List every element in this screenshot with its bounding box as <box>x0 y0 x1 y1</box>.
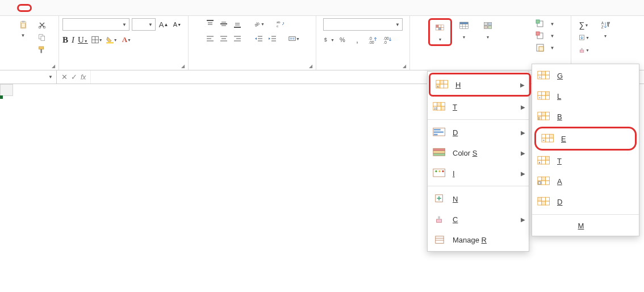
svg-rect-151 <box>546 197 550 201</box>
clear-icon[interactable]: ▼ <box>578 44 589 56</box>
menu-view[interactable] <box>108 6 119 10</box>
menu-color-scales[interactable]: Color S ▶ <box>428 143 530 163</box>
accounting-format-icon[interactable]: $▼ <box>323 34 334 45</box>
menu-clear-rules[interactable]: C ▶ <box>428 209 530 230</box>
fx-icon[interactable]: fx <box>81 73 86 81</box>
name-box[interactable]: ▼ <box>0 70 57 84</box>
menu-manage-rules[interactable]: Manage R <box>428 230 530 250</box>
svg-text:c: c <box>277 24 278 28</box>
align-top-icon[interactable] <box>204 18 216 30</box>
insert-cells-button[interactable]: ▼ <box>534 18 555 30</box>
svg-rect-85 <box>437 106 441 110</box>
autosum-icon[interactable]: ∑▼ <box>578 19 589 31</box>
menu-home[interactable] <box>17 4 32 12</box>
menu-between[interactable]: || B <box>532 106 639 127</box>
fill-color-button[interactable]: ▼ <box>106 34 118 45</box>
svg-rect-119 <box>546 95 550 99</box>
wrap-text-icon[interactable]: abc <box>275 18 286 30</box>
cell-styles-button[interactable]: ▾ <box>476 18 500 41</box>
align-bottom-icon[interactable] <box>232 18 243 30</box>
select-all-corner[interactable] <box>1 85 13 96</box>
svg-text:>: > <box>539 76 541 79</box>
comma-format-icon[interactable]: , <box>353 34 364 45</box>
menu-file[interactable] <box>5 6 16 10</box>
submenu-arrow-icon: ▶ <box>521 130 525 136</box>
svg-rect-91 <box>434 134 438 136</box>
menu-help[interactable] <box>145 6 157 10</box>
menu-data[interactable] <box>83 6 94 10</box>
svg-text:a: a <box>539 161 541 164</box>
percent-format-icon[interactable]: % <box>338 34 349 45</box>
menu-less-than[interactable]: < L <box>532 86 639 106</box>
delete-cells-button[interactable]: ▼ <box>534 30 555 41</box>
align-middle-icon[interactable] <box>218 18 229 30</box>
orientation-icon[interactable]: ab▼ <box>253 18 265 30</box>
clipboard-dialog-launcher[interactable]: ◢ <box>49 64 55 69</box>
number-dialog-launcher[interactable]: ◢ <box>400 64 406 69</box>
cancel-icon[interactable]: ✕ <box>61 73 68 81</box>
alignment-dialog-launcher[interactable]: ◢ <box>307 64 312 69</box>
font-dialog-launcher[interactable]: ◢ <box>179 64 185 69</box>
increase-indent-icon[interactable] <box>267 33 278 44</box>
menu-page-layout[interactable] <box>58 6 69 10</box>
font-color-button[interactable]: A▼ <box>121 34 132 45</box>
format-cells-button[interactable]: ▼ <box>534 42 555 53</box>
menu-draw[interactable] <box>45 6 57 10</box>
clear-rules-icon <box>432 214 447 225</box>
menu-duplicate-values[interactable]: D <box>532 191 639 212</box>
menu-power-pivot[interactable] <box>158 6 169 10</box>
svg-rect-50 <box>441 25 444 28</box>
menu-developer[interactable] <box>133 6 144 10</box>
svg-rect-71 <box>581 48 583 50</box>
enter-icon[interactable]: ✓ <box>71 73 77 81</box>
font-size-combo[interactable]: ▼ <box>132 18 156 31</box>
align-right-icon[interactable] <box>232 33 243 44</box>
conditional-formatting-button[interactable]: ▾ <box>428 18 452 46</box>
paste-button[interactable]: ▼ <box>11 18 35 39</box>
svg-rect-153 <box>542 201 546 205</box>
merge-center-icon[interactable]: ▼ <box>288 33 300 44</box>
italic-button[interactable]: I <box>72 35 74 45</box>
menu-formulas[interactable] <box>70 6 82 10</box>
menu-new-rule[interactable]: N <box>428 189 530 209</box>
decrease-indent-icon[interactable] <box>253 33 265 44</box>
svg-text:||: || <box>538 116 540 120</box>
menu-new-rule-label: N <box>453 195 458 203</box>
greater-than-icon: > <box>537 70 551 81</box>
font-name-combo[interactable]: ▼ <box>62 18 129 31</box>
svg-rect-107 <box>538 71 542 75</box>
cut-icon[interactable] <box>36 19 48 31</box>
sort-filter-button[interactable]: AZ ▾ <box>592 18 619 40</box>
menu-equal-to[interactable]: = E <box>534 127 637 151</box>
increase-font-icon[interactable]: A▲ <box>158 19 169 30</box>
format-painter-icon[interactable] <box>36 44 48 56</box>
increase-decimal-icon[interactable]: .0.00 <box>367 34 379 45</box>
copy-icon[interactable] <box>36 32 48 43</box>
border-button[interactable]: ▼ <box>91 34 103 45</box>
menu-greater-than[interactable]: > G <box>532 65 639 86</box>
svg-rect-130 <box>550 134 554 138</box>
decrease-decimal-icon[interactable]: .00.0 <box>382 34 394 45</box>
align-left-icon[interactable] <box>204 33 216 44</box>
menu-date-occurring[interactable]: A <box>532 171 639 191</box>
fill-icon[interactable]: ▼ <box>578 32 589 43</box>
number-format-combo[interactable]: ▼ <box>323 18 403 31</box>
menu-top-bottom-rules[interactable]: 10 T ▶ <box>428 97 530 117</box>
menu-review[interactable] <box>95 6 107 10</box>
bold-button[interactable]: B <box>62 35 68 45</box>
menu-insert[interactable] <box>33 6 44 10</box>
underline-button[interactable]: U▼ <box>78 35 88 45</box>
insert-cells-icon <box>534 18 546 30</box>
menu-icon-sets[interactable]: I ▶ <box>428 163 530 183</box>
menu-automate[interactable] <box>120 6 132 10</box>
menu-highlight-cells-rules[interactable]: ≤ H ▶ <box>429 73 531 97</box>
align-center-icon[interactable] <box>218 33 229 44</box>
decrease-font-icon[interactable]: A▼ <box>172 19 183 30</box>
menu-more-rules[interactable]: M <box>532 217 639 235</box>
ribbon-group-number: ▼ $▼ % , .0.00 .00.0 ◢ <box>316 16 410 70</box>
menu-data-bars[interactable]: D ▶ <box>428 122 530 143</box>
submenu-arrow-icon: ▶ <box>521 170 525 177</box>
grid-table[interactable] <box>0 84 13 96</box>
menu-text-contains[interactable]: a T <box>532 151 639 171</box>
format-as-table-button[interactable]: ▾ <box>452 18 476 41</box>
